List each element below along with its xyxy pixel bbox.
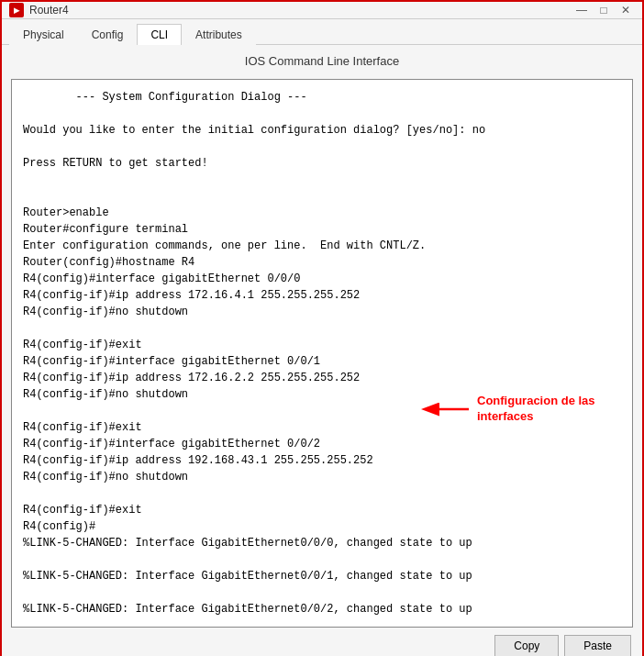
main-content: IOS Command Line Interface --- System Co… — [2, 45, 642, 656]
tab-physical[interactable]: Physical — [9, 24, 78, 45]
tab-attributes[interactable]: Attributes — [182, 24, 256, 45]
paste-button[interactable]: Paste — [564, 635, 631, 656]
titlebar-controls: — □ ✕ — [572, 2, 635, 18]
main-window: ▶ Router4 — □ ✕ Physical Config CLI Attr… — [0, 0, 644, 656]
section-title: IOS Command Line Interface — [11, 54, 633, 68]
titlebar-left: ▶ Router4 — [9, 3, 69, 17]
terminal-wrapper: --- System Configuration Dialog --- Woul… — [11, 79, 633, 628]
router-icon: ▶ — [9, 3, 24, 17]
maximize-button[interactable]: □ — [594, 2, 613, 18]
window-title: Router4 — [29, 4, 69, 17]
close-button[interactable]: ✕ — [616, 2, 635, 18]
tab-cli[interactable]: CLI — [137, 24, 182, 45]
terminal-output[interactable]: --- System Configuration Dialog --- Woul… — [12, 80, 632, 627]
titlebar: ▶ Router4 — □ ✕ — [2, 2, 642, 19]
tab-config[interactable]: Config — [78, 24, 138, 45]
button-row: Copy Paste — [11, 635, 633, 656]
copy-button[interactable]: Copy — [494, 635, 559, 656]
tab-bar: Physical Config CLI Attributes — [2, 19, 642, 45]
terminal-container: --- System Configuration Dialog --- Woul… — [11, 79, 633, 628]
minimize-button[interactable]: — — [572, 2, 591, 18]
